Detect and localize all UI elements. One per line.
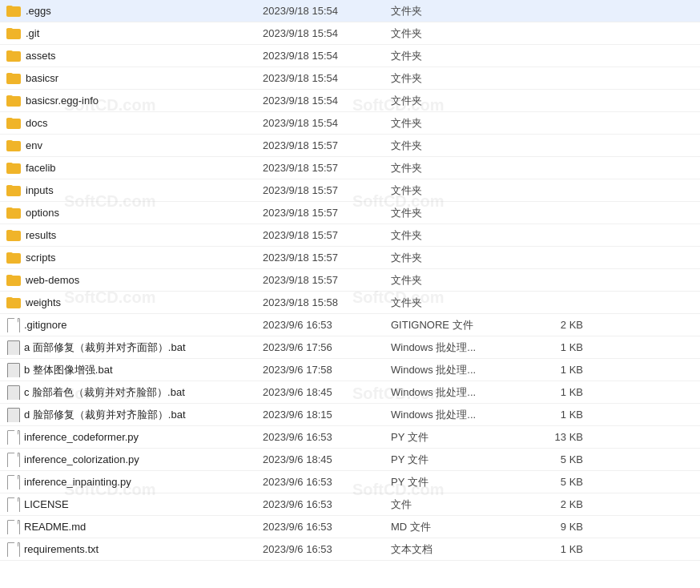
file-date: 2023/9/18 15:54 [263,50,391,62]
file-type: GITIGNORE 文件 [391,318,519,332]
folder-icon [6,297,21,308]
file-name: basicsr.egg-info [26,95,99,107]
table-row[interactable]: .git2023/9/18 15:54文件夹 [0,22,700,45]
table-row[interactable]: requirements.txt2023/9/6 16:53文本文档1 KB [0,538,700,561]
file-icon [6,475,19,489]
file-name: options [26,207,59,219]
file-name: assets [26,50,56,62]
file-date: 2023/9/18 15:57 [263,184,391,196]
folder-icon [6,140,21,151]
file-type: 文本文档 [391,542,519,557]
file-type: 文件夹 [391,71,519,86]
table-row[interactable]: a 面部修复（裁剪并对齐面部）.bat2023/9/6 17:56Windows… [0,336,700,359]
table-row[interactable]: .gitignore2023/9/6 16:53GITIGNORE 文件2 KB [0,314,700,336]
file-icon [6,497,19,512]
file-name-cell: env [6,139,263,151]
file-date: 2023/9/6 16:53 [263,431,391,443]
file-name: web-demos [26,274,79,286]
table-row[interactable]: .eggs2023/9/18 15:54文件夹 [0,0,700,22]
file-date: 2023/9/18 15:54 [263,95,391,107]
table-row[interactable]: LICENSE2023/9/6 16:53文件2 KB [0,493,700,516]
file-name-cell: .gitignore [6,318,263,332]
file-name-cell: facelib [6,162,263,174]
file-type: Windows 批处理... [391,385,519,400]
file-name-cell: inference_inpainting.py [6,475,263,489]
file-date: 2023/9/18 15:57 [263,139,391,151]
table-row[interactable]: b 整体图像增强.bat2023/9/6 17:58Windows 批处理...… [0,359,700,381]
file-size: 1 KB [519,543,583,555]
file-size: 2 KB [519,319,583,331]
file-size: 5 KB [519,453,583,465]
file-name-cell: assets [6,50,263,62]
table-row[interactable]: README.md2023/9/6 16:53MD 文件9 KB [0,516,700,538]
table-row[interactable]: facelib2023/9/18 15:57文件夹 [0,157,700,179]
table-row[interactable]: basicsr2023/9/18 15:54文件夹 [0,67,700,90]
file-type: 文件夹 [391,94,519,108]
file-type: 文件夹 [391,161,519,175]
file-icon [6,453,19,467]
table-row[interactable]: env2023/9/18 15:57文件夹 [0,135,700,157]
file-size: 2 KB [519,498,583,510]
file-type: 文件夹 [391,206,519,220]
file-date: 2023/9/6 16:53 [263,521,391,533]
bat-icon [6,340,19,355]
table-row[interactable]: inputs2023/9/18 15:57文件夹 [0,179,700,202]
file-name: facelib [26,162,56,174]
file-type: 文件 [391,497,519,512]
file-type: 文件夹 [391,273,519,288]
file-type: Windows 批处理... [391,408,519,422]
file-date: 2023/9/6 18:15 [263,409,391,421]
table-row[interactable]: docs2023/9/18 15:54文件夹 [0,112,700,135]
file-name: inference_inpainting.py [24,476,131,488]
file-date: 2023/9/18 15:54 [263,117,391,129]
file-type: MD 文件 [391,520,519,534]
file-type: 文件夹 [391,49,519,63]
file-size: 1 KB [519,341,583,353]
file-size: 5 KB [519,476,583,488]
file-name-cell: inference_colorization.py [6,453,263,467]
file-type: Windows 批处理... [391,363,519,377]
bat-icon [6,385,19,400]
table-row[interactable]: d 脸部修复（裁剪并对齐脸部）.bat2023/9/6 18:15Windows… [0,404,700,426]
file-type: 文件夹 [391,139,519,153]
file-name-cell: web-demos [6,274,263,286]
file-icon [6,542,19,557]
file-name-cell: inputs [6,184,263,196]
table-row[interactable]: inference_codeformer.py2023/9/6 16:53PY … [0,426,700,449]
file-list: SoftCD.com SoftCD.com SoftCD.com SoftCD.… [0,0,700,561]
folder-icon [6,28,21,39]
file-date: 2023/9/18 15:57 [263,274,391,286]
file-date: 2023/9/18 15:57 [263,207,391,219]
file-date: 2023/9/6 18:45 [263,386,391,398]
table-row[interactable]: basicsr.egg-info2023/9/18 15:54文件夹 [0,90,700,112]
table-row[interactable]: web-demos2023/9/18 15:57文件夹 [0,269,700,292]
file-name: scripts [26,252,56,264]
table-row[interactable]: assets2023/9/18 15:54文件夹 [0,45,700,67]
file-date: 2023/9/18 15:57 [263,252,391,264]
file-size: 13 KB [519,431,583,443]
folder-icon [6,230,21,241]
file-name-cell: requirements.txt [6,542,263,557]
file-name-cell: docs [6,117,263,129]
file-icon [6,430,19,445]
file-name: LICENSE [24,498,69,510]
file-date: 2023/9/6 17:56 [263,341,391,353]
table-row[interactable]: scripts2023/9/18 15:57文件夹 [0,247,700,269]
folder-icon [6,118,21,129]
file-type: PY 文件 [391,475,519,489]
table-row[interactable]: results2023/9/18 15:57文件夹 [0,224,700,247]
file-name: inference_codeformer.py [24,431,139,443]
file-date: 2023/9/6 18:45 [263,453,391,465]
file-date: 2023/9/18 15:54 [263,72,391,84]
file-size: 9 KB [519,521,583,533]
table-row[interactable]: inference_colorization.py2023/9/6 18:45P… [0,449,700,471]
table-row[interactable]: inference_inpainting.py2023/9/6 16:53PY … [0,471,700,493]
file-name: docs [26,117,47,129]
folder-icon [6,185,21,196]
file-name-cell: d 脸部修复（裁剪并对齐脸部）.bat [6,408,263,422]
folder-icon [6,73,21,84]
file-date: 2023/9/6 17:58 [263,364,391,376]
table-row[interactable]: options2023/9/18 15:57文件夹 [0,202,700,224]
table-row[interactable]: weights2023/9/18 15:58文件夹 [0,292,700,314]
table-row[interactable]: c 脸部着色（裁剪并对齐脸部）.bat2023/9/6 18:45Windows… [0,381,700,404]
